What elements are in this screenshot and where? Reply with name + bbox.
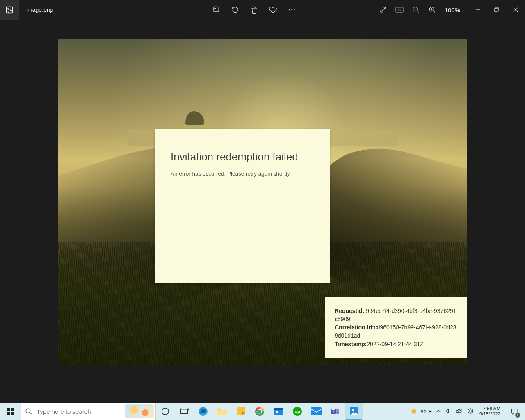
weather-icon — [410, 407, 418, 415]
svg-point-3 — [215, 8, 216, 9]
titlebar-tools — [212, 0, 296, 20]
svg-point-37 — [411, 409, 416, 414]
network-icon[interactable] — [467, 408, 474, 415]
onedrive-icon[interactable] — [456, 408, 463, 415]
clock-date: 9/15/2022 — [479, 411, 500, 417]
image-viewport[interactable]: Invitation redemption failed An error ha… — [0, 20, 525, 403]
svg-text:up: up — [294, 409, 300, 414]
svg-rect-34 — [336, 411, 339, 414]
svg-point-36 — [352, 409, 354, 411]
request-id-row: RequestId: 994ec7f4-d390-4bf3-b4be-93762… — [335, 307, 459, 324]
svg-point-1 — [8, 8, 9, 9]
chrome-icon[interactable] — [250, 403, 269, 420]
mail-icon[interactable] — [307, 403, 326, 420]
details-card: RequestId: 994ec7f4-d390-4bf3-b4be-93762… — [325, 297, 467, 358]
error-card: Invitation redemption failed An error ha… — [155, 129, 330, 283]
svg-line-38 — [457, 409, 462, 413]
svg-point-16 — [162, 408, 169, 415]
svg-rect-19 — [217, 410, 227, 415]
taskbar-clock[interactable]: 7:58 AM 9/15/2022 — [478, 406, 502, 417]
weather-widget[interactable]: 60°F — [410, 407, 432, 415]
sticky-notes-icon[interactable] — [231, 403, 250, 420]
fullscreen-icon[interactable] — [379, 6, 387, 14]
svg-rect-30 — [311, 407, 322, 415]
upwork-icon[interactable]: up — [288, 403, 307, 420]
more-icon[interactable] — [288, 6, 296, 14]
notification-badge: 1 — [515, 413, 520, 418]
error-title: Invitation redemption failed — [171, 151, 314, 163]
titlebar-left: image.png — [0, 0, 53, 20]
zoom-controls: 100% — [379, 6, 460, 14]
timestamp-row: Timestamp:2022-09-14 21:44:31Z — [335, 340, 459, 348]
teams-icon[interactable]: T — [326, 403, 345, 420]
svg-point-33 — [336, 409, 339, 411]
svg-point-9 — [429, 7, 434, 11]
svg-rect-27 — [276, 411, 278, 413]
file-explorer-icon[interactable] — [212, 403, 231, 420]
volume-icon[interactable] — [445, 408, 452, 415]
close-button[interactable] — [506, 3, 525, 16]
svg-rect-20 — [237, 407, 245, 415]
svg-point-15 — [26, 409, 30, 413]
titlebar-right: 100% — [379, 0, 525, 20]
correlation-id-label: Correlation Id: — [335, 324, 374, 331]
svg-rect-26 — [274, 408, 283, 410]
correlation-id-row: Correlation Id:cd960158-7b99-467f-a928-0… — [335, 323, 459, 340]
minimize-button[interactable] — [468, 3, 487, 16]
system-tray: 60°F 7:58 AM 9/15/2022 1 — [406, 403, 525, 420]
svg-rect-35 — [350, 407, 358, 415]
request-id-label: RequestId: — [335, 308, 364, 314]
svg-rect-31 — [331, 409, 336, 414]
photos-app-icon[interactable] — [0, 0, 19, 20]
svg-rect-13 — [7, 412, 10, 415]
svg-point-21 — [255, 407, 264, 416]
search-icon — [25, 408, 32, 415]
rotate-icon[interactable] — [231, 6, 240, 14]
zoom-out-icon[interactable] — [412, 6, 420, 14]
svg-point-5 — [291, 9, 292, 11]
tray-icons — [436, 408, 474, 415]
weather-temp: 60°F — [420, 409, 432, 415]
svg-point-6 — [294, 9, 295, 11]
svg-point-24 — [258, 410, 261, 413]
svg-text:T: T — [332, 409, 334, 413]
delete-icon[interactable] — [250, 6, 258, 14]
zoom-level: 100% — [445, 7, 460, 14]
clock-time: 7:58 AM — [483, 406, 500, 411]
task-view-button[interactable] — [175, 403, 194, 420]
svg-point-28 — [293, 407, 302, 416]
maximize-button[interactable] — [487, 3, 506, 16]
photos-titlebar: image.png — [0, 0, 525, 20]
photos-taskbar-icon[interactable] — [345, 403, 363, 420]
svg-point-8 — [413, 7, 418, 11]
action-center-button[interactable]: 1 — [506, 403, 523, 420]
window-controls — [468, 3, 525, 16]
svg-rect-10 — [495, 9, 498, 12]
start-button[interactable] — [0, 403, 21, 420]
timestamp-value: 2022-09-14 21:44:31Z — [367, 341, 424, 347]
svg-rect-7 — [395, 7, 403, 12]
favorite-icon[interactable] — [269, 6, 277, 14]
svg-rect-12 — [11, 408, 14, 411]
svg-rect-2 — [213, 7, 218, 12]
search-highlight-art — [125, 404, 154, 418]
calendar-icon[interactable] — [269, 403, 288, 420]
edge-app-icon[interactable] — [194, 403, 212, 420]
cortana-button[interactable] — [156, 403, 175, 420]
zoom-in-icon[interactable] — [428, 6, 436, 14]
taskbar: up T 60°F 7:58 AM 9/15/2022 1 — [0, 403, 525, 420]
svg-point-23 — [258, 409, 262, 414]
edit-icon[interactable] — [212, 6, 221, 14]
svg-rect-14 — [11, 412, 14, 415]
timestamp-label: Timestamp: — [335, 341, 367, 347]
tray-chevron-icon[interactable] — [436, 409, 441, 415]
file-name: image.png — [26, 7, 53, 13]
taskbar-search[interactable] — [21, 403, 156, 420]
svg-rect-25 — [274, 408, 283, 415]
svg-rect-11 — [7, 408, 10, 411]
svg-point-22 — [255, 407, 264, 416]
error-message: An error has occurred. Please retry agai… — [171, 171, 314, 177]
actual-size-icon[interactable] — [395, 6, 404, 14]
svg-point-4 — [289, 9, 290, 11]
svg-point-18 — [199, 407, 208, 416]
